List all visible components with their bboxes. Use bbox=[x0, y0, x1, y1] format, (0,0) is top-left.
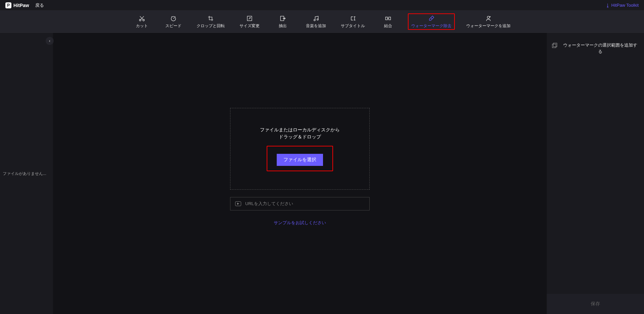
select-file-button[interactable]: ファイルを選択 bbox=[277, 154, 323, 166]
file-list-panel: ‹ ファイルがありません... bbox=[0, 33, 53, 314]
tool-add-music[interactable]: 音楽を追加 bbox=[303, 13, 329, 29]
tool-watermark-add[interactable]: ウォーターマークを追加 bbox=[463, 13, 514, 29]
tool-label: 音楽を追加 bbox=[306, 23, 326, 28]
add-selection-label: ウォーターマークの選択範囲を追加する bbox=[561, 42, 639, 55]
download-icon: ⭳ bbox=[605, 3, 610, 8]
tool-label: 抽出 bbox=[279, 23, 287, 28]
tool-subtitle[interactable]: サブタイトル bbox=[337, 13, 368, 29]
svg-point-0 bbox=[140, 19, 141, 21]
select-file-highlight: ファイルを選択 bbox=[267, 146, 333, 171]
try-sample-link[interactable]: サンプルをお試しください bbox=[274, 220, 326, 226]
video-url-icon: ▶ bbox=[235, 201, 241, 206]
tool-label: ウォーターマーク除去 bbox=[411, 23, 451, 28]
svg-point-11 bbox=[487, 16, 490, 19]
resize-icon bbox=[246, 15, 253, 22]
app-logo: P HitPaw bbox=[5, 2, 29, 8]
tool-merge[interactable]: 結合 bbox=[376, 13, 400, 29]
app-name-label: HitPaw bbox=[13, 3, 29, 8]
tool-label: スピード bbox=[165, 23, 181, 28]
tool-resize[interactable]: サイズ変更 bbox=[236, 13, 263, 29]
collapse-panel-button[interactable]: ‹ bbox=[46, 37, 54, 45]
svg-rect-10 bbox=[389, 17, 391, 20]
svg-point-7 bbox=[314, 19, 315, 21]
tool-label: ウォーターマークを追加 bbox=[466, 23, 511, 28]
eraser-icon bbox=[428, 15, 435, 22]
drop-line-1: ファイルまたはローカルディスクから bbox=[260, 126, 340, 133]
chevron-left-icon: ‹ bbox=[49, 39, 50, 43]
save-button[interactable]: 保存 bbox=[547, 294, 644, 314]
crop-rotate-icon bbox=[207, 15, 214, 22]
title-bar-left: P HitPaw 戻る bbox=[5, 2, 44, 8]
url-input[interactable] bbox=[245, 201, 365, 206]
tool-cut[interactable]: カット bbox=[130, 13, 154, 29]
tool-label: クロップと回転 bbox=[197, 23, 225, 28]
tool-watermark-remove[interactable]: ウォーターマーク除去 bbox=[408, 13, 455, 29]
svg-point-8 bbox=[317, 19, 318, 20]
extract-icon bbox=[279, 15, 286, 22]
properties-panel: ウォーターマークの選択範囲を追加する 保存 bbox=[547, 33, 644, 314]
logo-icon: P bbox=[5, 2, 11, 8]
selection-icon bbox=[552, 43, 557, 48]
watermark-add-icon bbox=[485, 15, 492, 22]
tool-label: サブタイトル bbox=[341, 23, 365, 28]
drop-instruction: ファイルまたはローカルディスクから ドラッグ＆ドロップ bbox=[260, 126, 340, 140]
file-drop-zone[interactable]: ファイルまたはローカルディスクから ドラッグ＆ドロップ ファイルを選択 bbox=[230, 108, 370, 190]
tool-crop-rotate[interactable]: クロップと回転 bbox=[193, 13, 228, 29]
svg-rect-9 bbox=[386, 17, 388, 20]
toolkit-link[interactable]: ⭳ HitPaw Toolkit bbox=[605, 3, 639, 8]
tool-label: サイズ変更 bbox=[239, 23, 260, 28]
music-icon bbox=[313, 15, 319, 22]
tool-label: カット bbox=[136, 23, 148, 28]
tool-speed[interactable]: スピード bbox=[162, 13, 185, 29]
main-area: ‹ ファイルがありません... ファイルまたはローカルディスクから ドラッグ＆ド… bbox=[0, 33, 644, 314]
workspace-panel: ファイルまたはローカルディスクから ドラッグ＆ドロップ ファイルを選択 ▶ サン… bbox=[53, 33, 547, 314]
no-files-label: ファイルがありません... bbox=[3, 171, 50, 177]
add-watermark-selection[interactable]: ウォーターマークの選択範囲を追加する bbox=[547, 33, 644, 55]
merge-icon bbox=[385, 15, 391, 22]
tool-toolbar: カット スピード クロップと回転 サイズ変更 抽出 音楽を追加 bbox=[0, 11, 644, 33]
drop-line-2: ドラッグ＆ドロップ bbox=[260, 133, 340, 140]
url-input-container: ▶ bbox=[230, 197, 370, 210]
speed-icon bbox=[170, 15, 177, 22]
cut-icon bbox=[139, 15, 145, 22]
back-button[interactable]: 戻る bbox=[35, 2, 44, 8]
subtitle-icon bbox=[350, 15, 356, 22]
tool-label: 結合 bbox=[384, 23, 392, 28]
title-bar: P HitPaw 戻る ⭳ HitPaw Toolkit bbox=[0, 0, 644, 11]
tool-extract[interactable]: 抽出 bbox=[271, 13, 294, 29]
toolkit-label: HitPaw Toolkit bbox=[611, 3, 639, 8]
svg-point-1 bbox=[143, 19, 145, 21]
